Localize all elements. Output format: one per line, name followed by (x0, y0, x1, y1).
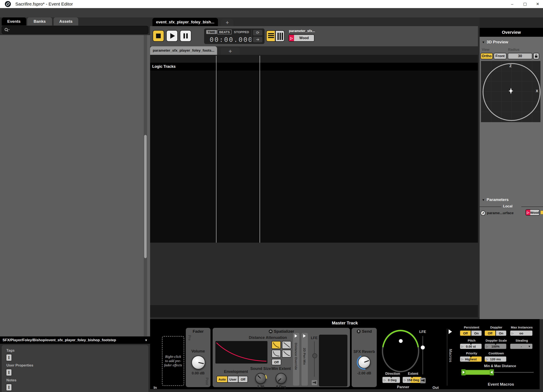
attenuation-off-button[interactable]: Off (272, 359, 281, 365)
direction-pill[interactable]: ▷ 0 Deg (382, 376, 400, 383)
parameter-color-swatch[interactable] (540, 211, 543, 214)
loop-toggle-button[interactable]: ⟳ (253, 30, 262, 35)
radius-label: Radius (508, 48, 519, 52)
breadcrumb-dropdown-icon[interactable]: ▼ (145, 338, 147, 342)
pan-mix-strip[interactable]: 2D Pan Mix (301, 333, 308, 386)
curve-preset-inverse-tapered-button[interactable] (282, 350, 291, 358)
fader-pre-tab[interactable]: Pre (187, 335, 191, 341)
timeline-overview-strip[interactable] (150, 305, 478, 317)
priority-pill[interactable]: ▷Highest (460, 356, 482, 362)
collapse-icon: ▼ (482, 198, 485, 202)
sidebar-parameter-pill[interactable]: ▷ Wood (526, 209, 540, 216)
out-lfe-slider-handle[interactable] (421, 346, 425, 349)
close-button[interactable]: ✕ (532, 0, 543, 8)
doppler-on-button[interactable]: On (496, 330, 507, 336)
3d-preview-canvas[interactable]: Z X (481, 61, 540, 122)
column-header-row (150, 55, 478, 63)
pitch-pill[interactable]: ▷0.00 st (460, 343, 482, 349)
region-end-line[interactable] (260, 56, 260, 243)
distance-attenuation-label: Distance Attenuation (234, 336, 302, 340)
panner-position-dot[interactable] (399, 339, 403, 343)
doppler-scale-pill[interactable]: ▷100% (484, 343, 507, 349)
prefader-effects-dropzone[interactable]: Right-click to add pre-fader effects (162, 336, 184, 386)
view-front-button[interactable]: Front (494, 53, 506, 59)
tab-banks[interactable]: Banks (27, 17, 52, 26)
tab-events[interactable]: Events (2, 17, 26, 26)
curve-preset-linear-squared-button[interactable] (272, 341, 281, 349)
envelopment-auto-button[interactable]: Auto (216, 376, 227, 383)
out-lfe-slider-track[interactable] (422, 336, 423, 374)
axis-x-label: X (536, 89, 538, 93)
region-start-line[interactable] (216, 56, 216, 243)
notes-edit-button[interactable]: I (6, 384, 12, 391)
user-properties-edit-button[interactable]: I (6, 369, 12, 376)
search-input[interactable] (2, 26, 148, 34)
send-module: Send SFX Reverb -2.00 dB (352, 328, 377, 387)
overview-title: Overview (480, 28, 543, 37)
stealing-dropdown[interactable]: - ▼ (510, 343, 533, 349)
parameter-tab[interactable]: parameter_sfx_player_foley_foots... (150, 46, 217, 55)
parameter-link-icon[interactable]: ↗ (481, 211, 486, 216)
persistent-off-button[interactable]: Off (460, 330, 471, 336)
envelopment-off-button[interactable]: Off (238, 376, 248, 383)
distance-override-strip[interactable]: Distance Override (293, 333, 299, 386)
play-button[interactable] (166, 30, 178, 42)
fader-post-tab[interactable]: Post (205, 378, 209, 385)
breadcrumb[interactable]: SFX/Player/Foley/Bishop/event_sfx_player… (0, 336, 150, 344)
cooldown-pill[interactable]: ▷120 ms (484, 356, 507, 362)
event-tab[interactable]: event_sfx_player_foley_bish... (153, 18, 218, 26)
view-ortho-button[interactable]: Ortho (481, 53, 493, 59)
priority-label: Priority (459, 351, 484, 355)
follow-toggle-button[interactable]: ➔ (253, 37, 262, 42)
out-lfe-speaker-button[interactable] (420, 378, 426, 383)
divider (480, 207, 501, 207)
radius-field[interactable]: 30 (508, 53, 532, 59)
maximize-button[interactable]: ▢ (519, 0, 531, 8)
pause-button[interactable] (180, 30, 191, 42)
tags-edit-button[interactable]: I (6, 354, 12, 361)
panner-ring-area[interactable] (381, 328, 420, 373)
doppler-off-button[interactable]: Off (484, 330, 496, 336)
curve-preset-inverse-button[interactable] (272, 350, 281, 358)
tab-assets[interactable]: Assets (54, 17, 78, 26)
send-icon (356, 329, 361, 334)
extent-pill[interactable]: ▷ 158 Deg (402, 376, 422, 383)
spat-lfe-slider-handle[interactable] (312, 353, 317, 358)
stop-button[interactable] (153, 30, 164, 42)
distance-attenuation-graph[interactable] (215, 341, 267, 364)
macros-expand-icon[interactable] (449, 329, 452, 334)
add-parameter-tab-button[interactable]: + (221, 48, 240, 55)
distance-min-handle[interactable] (461, 369, 466, 375)
add-event-tab-button[interactable]: + (221, 19, 233, 26)
stealing-value: - (521, 345, 522, 348)
expand-icon (303, 334, 306, 338)
master-volume-knob[interactable] (191, 355, 205, 370)
beats-mode-chip[interactable]: BEATS (217, 29, 232, 34)
send-level-knob[interactable] (358, 356, 371, 369)
tree-scrollbar-thumb[interactable] (144, 135, 147, 258)
lanes-view-button[interactable] (275, 30, 284, 42)
envelopment-user-button[interactable]: User (227, 376, 238, 383)
curve-preset-linear-button[interactable] (282, 341, 291, 349)
distance-max-handle[interactable] (490, 369, 494, 375)
lfe-speaker-button[interactable] (312, 380, 317, 385)
tracks-view-button[interactable] (266, 30, 275, 42)
min-extent-knob[interactable] (276, 373, 287, 384)
distance-range-bar[interactable] (461, 370, 494, 375)
parameters-section-header[interactable]: ▼Parameters (482, 197, 509, 202)
tree-scrollbar[interactable] (144, 35, 147, 336)
min-max-distance-label: Min & Max Distance (483, 364, 517, 368)
sidebar-parameter-value: Wood (530, 211, 539, 214)
preview-section-header[interactable]: ▼3D Preview (482, 40, 508, 45)
lock-button[interactable] (533, 53, 539, 59)
time-mode-chip[interactable]: TIME (206, 30, 217, 34)
max-instances-pill[interactable]: ▷oo (510, 330, 533, 336)
minimize-button[interactable]: – (506, 0, 518, 8)
parameter-value-pill[interactable]: ▷ Wood (288, 34, 314, 42)
persistent-on-button[interactable]: On (471, 330, 482, 336)
sound-size-knob[interactable] (255, 373, 266, 384)
axis-z-label: Z (509, 64, 512, 68)
macros-strip-label: Macros (448, 349, 453, 362)
extent-label: Extent (402, 372, 425, 376)
spat-lfe-slider-track[interactable] (314, 342, 315, 377)
